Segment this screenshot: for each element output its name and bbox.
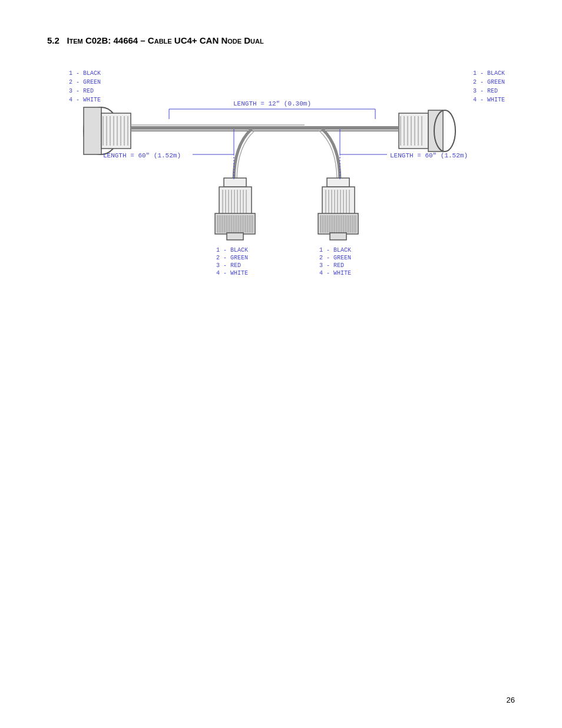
length-top-text: LENGTH = 12" (0.30m): [233, 100, 311, 107]
diagram-container: 1 - BLACK2 - GREEN3 - RED4 - WHITE 1 - B…: [51, 63, 511, 311]
section-title: 5.2 Item C02B: 44664 – Cable UC4+ CAN No…: [47, 35, 515, 45]
svg-rect-2: [101, 113, 131, 149]
svg-rect-25: [219, 187, 252, 216]
wire-label-bottom-left-2: 2 - GREEN: [216, 255, 248, 261]
page-number: 26: [507, 696, 515, 704]
svg-rect-19: [428, 110, 443, 151]
section-number: 5.2: [47, 35, 59, 45]
cable-diagram: LENGTH = 12" (0.30m) LENGTH = 60" (1.52m…: [51, 63, 511, 311]
length-left-text: LENGTH = 60" (1.52m): [103, 152, 181, 159]
length-right-text: LENGTH = 60" (1.52m): [390, 152, 468, 159]
svg-rect-11: [399, 113, 428, 149]
svg-rect-57: [227, 233, 243, 240]
wire-label-bottom-left-3: 3 - RED: [216, 262, 241, 269]
svg-rect-1: [84, 107, 101, 154]
svg-rect-59: [322, 187, 355, 216]
wire-label-bottom-right-1: 1 - BLACK: [319, 247, 351, 253]
wire-label-bottom-left-1: 1 - BLACK: [216, 247, 248, 253]
section-title-text: Item C02B: 44664 – Cable UC4+ CAN Node D…: [67, 35, 263, 45]
svg-rect-91: [330, 233, 346, 240]
wire-label-bottom-left-4: 4 - WHITE: [216, 270, 248, 276]
wire-label-bottom-right-3: 3 - RED: [319, 262, 344, 269]
page: 5.2 Item C02B: 44664 – Cable UC4+ CAN No…: [0, 0, 562, 728]
wire-label-bottom-right-2: 2 - GREEN: [319, 255, 351, 261]
svg-rect-58: [327, 178, 349, 187]
wire-label-bottom-right-4: 4 - WHITE: [319, 270, 351, 276]
svg-rect-24: [224, 178, 246, 187]
